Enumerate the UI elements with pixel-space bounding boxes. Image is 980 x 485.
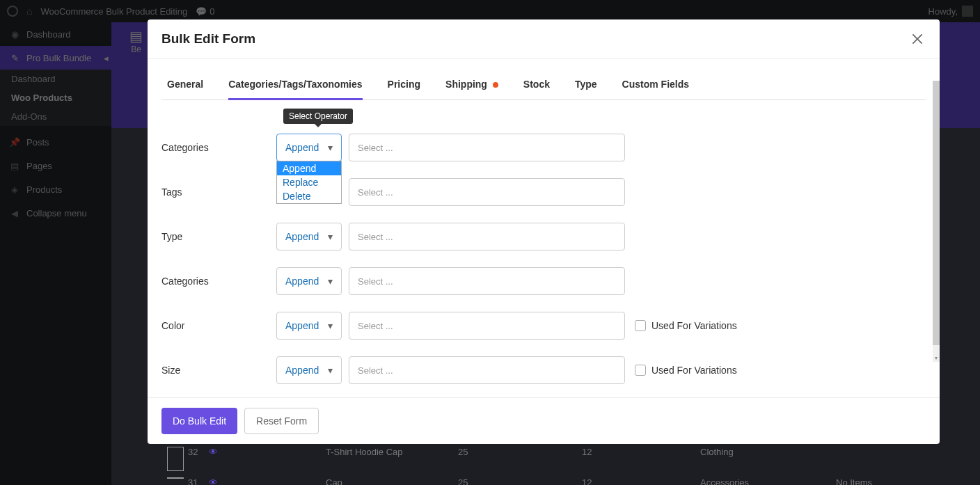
tab-type[interactable]: Type — [575, 79, 597, 100]
select-type[interactable]: Select ... — [349, 223, 625, 251]
chevron-down-icon: ▾ — [328, 365, 333, 376]
variation-check-size[interactable]: Used For Variations — [635, 365, 737, 376]
row-categories: Categories Select Operator Append ▾ Appe… — [161, 134, 926, 161]
scrollbar-thumb[interactable] — [933, 81, 940, 345]
label-categories: Categories — [161, 142, 269, 153]
dropdown-append[interactable]: Append — [277, 161, 341, 175]
label-color: Color — [161, 320, 269, 331]
row-color: Color Append ▾ Select ... Used For Varia… — [161, 312, 926, 340]
tabs: General Categories/Tags/Taxonomies Prici… — [161, 59, 926, 100]
operator-select-type[interactable]: Append ▾ — [276, 223, 342, 251]
select-tags[interactable]: Select ... — [349, 178, 625, 206]
modal-body: General Categories/Tags/Taxonomies Prici… — [148, 59, 940, 397]
label-type: Type — [161, 231, 269, 242]
tab-categories[interactable]: Categories/Tags/Taxonomies — [228, 79, 362, 100]
tooltip-select-operator: Select Operator — [283, 109, 353, 124]
close-button[interactable] — [909, 31, 926, 47]
tab-pricing[interactable]: Pricing — [388, 79, 420, 100]
row-type: Type Append ▾ Select ... — [161, 223, 926, 251]
select-color[interactable]: Select ... — [349, 312, 625, 340]
row-size: Size Append ▾ Select ... Used For Variat… — [161, 356, 926, 384]
tab-stock[interactable]: Stock — [523, 79, 550, 100]
variation-check-color[interactable]: Used For Variations — [635, 320, 737, 331]
chevron-down-icon: ▾ — [328, 276, 333, 287]
modal-title: Bulk Edit Form — [161, 31, 255, 47]
operator-select-categories[interactable]: Append ▾ — [276, 134, 342, 161]
modal-scrollbar[interactable]: ▾ — [933, 81, 940, 362]
select-categories-2[interactable]: Select ... — [349, 267, 625, 295]
chevron-down-icon: ▾ — [328, 142, 333, 153]
label-categories-2: Categories — [161, 276, 269, 287]
label-size: Size — [161, 365, 269, 376]
bulk-edit-modal: Bulk Edit Form General Categories/Tags/T… — [148, 19, 940, 444]
label-tags: Tags — [161, 186, 269, 198]
select-categories[interactable]: Select ... — [349, 134, 625, 161]
tab-custom-fields[interactable]: Custom Fields — [622, 79, 689, 100]
tab-general[interactable]: General — [167, 79, 203, 100]
dropdown-replace[interactable]: Replace — [277, 175, 341, 189]
operator-select-categories-2[interactable]: Append ▾ — [276, 267, 342, 295]
checkbox-color[interactable] — [635, 320, 646, 331]
operator-select-size[interactable]: Append ▾ — [276, 356, 342, 384]
chevron-down-icon: ▾ — [328, 320, 333, 331]
reset-form-button[interactable]: Reset Form — [244, 408, 319, 434]
checkbox-size[interactable] — [635, 365, 646, 376]
operator-select-color[interactable]: Append ▾ — [276, 312, 342, 340]
operator-dropdown: Append Replace Delete — [276, 161, 342, 204]
do-bulk-edit-button[interactable]: Do Bulk Edit — [161, 408, 237, 434]
tab-shipping[interactable]: Shipping — [445, 79, 498, 100]
modal-footer: Do Bulk Edit Reset Form — [148, 397, 940, 444]
row-categories-2: Categories Append ▾ Select ... — [161, 267, 926, 295]
select-size[interactable]: Select ... — [349, 356, 625, 384]
dropdown-delete[interactable]: Delete — [277, 189, 341, 203]
scrollbar-down-icon[interactable]: ▾ — [933, 353, 940, 362]
chevron-down-icon: ▾ — [328, 231, 333, 242]
shipping-indicator-icon — [493, 82, 498, 88]
modal-header: Bulk Edit Form — [148, 19, 940, 59]
